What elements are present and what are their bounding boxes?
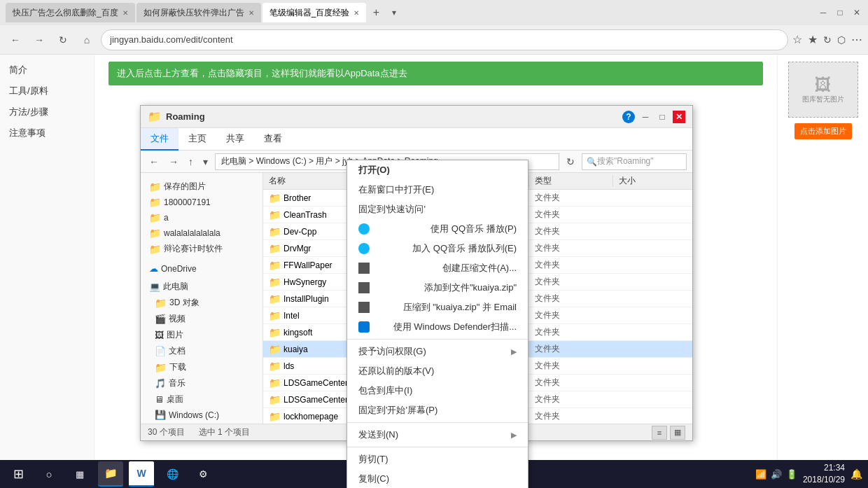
nav-item-this-pc[interactable]: 💻 此电脑 [141,279,262,295]
ctx-add-to-zip[interactable]: 添加到文件"kuaiya.zip" [347,278,528,298]
folder-icon: 📁 [149,197,161,208]
ribbon-tab-file[interactable]: 文件 [141,128,178,151]
nav-item-video[interactable]: 🎬 视频 [141,311,262,327]
tab-3[interactable]: 笔级编辑器_百度经验 ✕ [262,3,367,22]
ctx-zip-email[interactable]: 压缩到 "kuaiya.zip" 并 Email [347,298,528,317]
explorer-minimize-button[interactable]: ─ [639,111,652,123]
taskbar-browser-button[interactable]: 🌐 [160,461,185,487]
back-button[interactable]: ← [6,30,25,50]
new-tab-button[interactable]: + [368,4,384,21]
ctx-cut[interactable]: 剪切(T) [347,449,528,469]
nav-item-3d[interactable]: 📁 3D 对象 [141,295,262,311]
window-controls: ─ □ ✕ [818,7,862,18]
folder-icon: 📁 [155,298,167,309]
detail-view-button[interactable]: ▦ [670,426,685,440]
submenu-arrow: ▶ [511,347,517,356]
tab-3-close[interactable]: ✕ [354,9,359,17]
file-type: 文件夹 [529,360,613,372]
tab-list-button[interactable]: ▾ [386,4,402,21]
explorer-refresh-button[interactable]: ↻ [564,156,578,167]
add-image-button[interactable]: 点击添加图片 [794,123,852,139]
onedrive-icon: ☁ [149,263,158,274]
ctx-defender-scan[interactable]: 使用 Windows Defender扫描... [347,317,528,337]
computer-icon: 💻 [149,281,160,292]
ctx-grant-access[interactable]: 授予访问权限(G) ▶ [347,342,528,361]
nav-item-label: 视频 [169,313,186,325]
tab-1[interactable]: 快压广告怎么彻底删除_百度 ✕ [6,3,135,22]
forward-button[interactable]: → [29,30,49,50]
sidebar-item-steps[interactable]: 方法/步骤 [6,104,88,120]
tab-1-close[interactable]: ✕ [122,9,128,17]
nav-item-c-drive[interactable]: 💾 Windows (C:) [141,407,262,422]
refresh-button[interactable]: ↻ [53,30,73,50]
taskbar-settings-button[interactable]: ⚙ [190,461,216,487]
ctx-pin-quick-access[interactable]: 固定到'快速访问' [347,200,528,219]
tab-2[interactable]: 如何屏蔽快压软件弹出广告 ✕ [136,3,261,22]
address-bar[interactable]: jingyan.baidu.com/edit/content [101,29,788,50]
bookmark-icon[interactable]: ☆ [792,33,802,46]
refresh-icon2[interactable]: ↻ [823,34,832,46]
share-icon[interactable]: ⬡ [837,34,846,46]
clock-date: 2018/10/29 [803,474,845,486]
star-icon[interactable]: ★ [808,33,818,46]
close-button[interactable]: ✕ [851,7,862,18]
taskbar-word-button[interactable]: W [129,461,154,487]
nav-item-pictures[interactable]: 🖼 图片 [141,327,262,343]
list-view-button[interactable]: ≡ [652,426,667,440]
explorer-close-button[interactable]: ✕ [673,111,685,123]
nav-item-1800[interactable]: 📁 1800007191 [141,195,262,210]
folder-icon: 📁 [269,277,281,288]
ctx-copy[interactable]: 复制(C) [347,469,528,488]
taskbar-search-button[interactable]: ○ [36,461,62,487]
folder-icon: 📁 [269,394,281,405]
folder-icon: 📁 [269,243,281,254]
nav-item-saved-pics[interactable]: 📁 保存的图片 [141,179,262,195]
folder-icon: 📁 [269,344,281,355]
sidebar-item-intro[interactable]: 简介 [6,62,88,78]
nav-item-a[interactable]: 📁 a [141,210,262,225]
explorer-up-button[interactable]: ↑ [186,155,196,169]
image-placeholder: 🖼 图库暂无图片 [788,62,858,118]
ribbon-tab-share[interactable]: 共享 [216,128,254,151]
taskbar-explorer-button[interactable]: 📁 [98,461,123,487]
home-button[interactable]: ⌂ [77,30,97,50]
ctx-open[interactable]: 打开(O) [347,160,528,180]
ctx-qq-play[interactable]: 使用 QQ音乐 播放(P) [347,219,528,239]
nav-item-label: a [164,213,169,223]
tab-2-label: 如何屏蔽快压软件弹出广告 [144,7,244,19]
taskbar-start-button[interactable]: ⊞ [6,461,31,487]
notification-icon[interactable]: 🔔 [850,468,862,480]
nav-item-docs[interactable]: 📄 文档 [141,343,262,359]
ctx-open-new-window[interactable]: 在新窗口中打开(E) [347,180,528,200]
explorer-maximize-button[interactable]: □ [656,111,668,123]
ribbon-tab-view[interactable]: 查看 [254,128,292,151]
nav-item-onedrive[interactable]: ☁ OneDrive [141,261,262,276]
webpage-sidebar: 简介 工具/原料 方法/步骤 注意事项 [0,55,94,488]
tab-2-close[interactable]: ✕ [248,9,254,17]
ribbon-tab-home[interactable]: 主页 [178,128,216,151]
nav-item-desktop[interactable]: 🖥 桌面 [141,391,262,407]
taskbar-taskview-button[interactable]: ▦ [67,461,92,487]
explorer-help-icon[interactable]: ? [622,111,635,123]
explorer-search-box[interactable]: 🔍 搜索"Roaming" [582,153,687,170]
maximize-button[interactable]: □ [834,7,846,18]
sidebar-item-notes[interactable]: 注意事项 [6,125,88,141]
sidebar-item-tools[interactable]: 工具/原料 [6,83,88,99]
minimize-button[interactable]: ─ [818,7,829,18]
more-icon[interactable]: ⋯ [851,33,862,46]
nav-item-debate[interactable]: 📁 辩论赛计时软件 [141,241,262,257]
ctx-include-library[interactable]: 包含到库中(I) [347,381,528,400]
ctx-qq-queue[interactable]: 加入 QQ音乐 播放队列(E) [347,239,528,258]
explorer-folder-icon: 📁 [148,110,162,123]
ctx-restore-previous[interactable]: 还原以前的版本(V) [347,361,528,381]
nav-item-downloads[interactable]: 📁 下载 [141,359,262,375]
nav-item-wala[interactable]: 📁 walalalalalalala [141,225,262,241]
taskbar-clock[interactable]: 21:34 2018/10/29 [803,462,845,486]
ctx-send-to[interactable]: 发送到(N) ▶ [347,425,528,445]
nav-item-music[interactable]: 🎵 音乐 [141,375,262,391]
explorer-back-button[interactable]: ← [146,155,162,169]
explorer-recent-button[interactable]: ▾ [200,155,211,169]
explorer-forward-button[interactable]: → [166,155,181,169]
ctx-pin-start[interactable]: 固定到'开始'屏幕(P) [347,400,528,420]
ctx-create-archive[interactable]: 创建压缩文件(A)... [347,258,528,278]
